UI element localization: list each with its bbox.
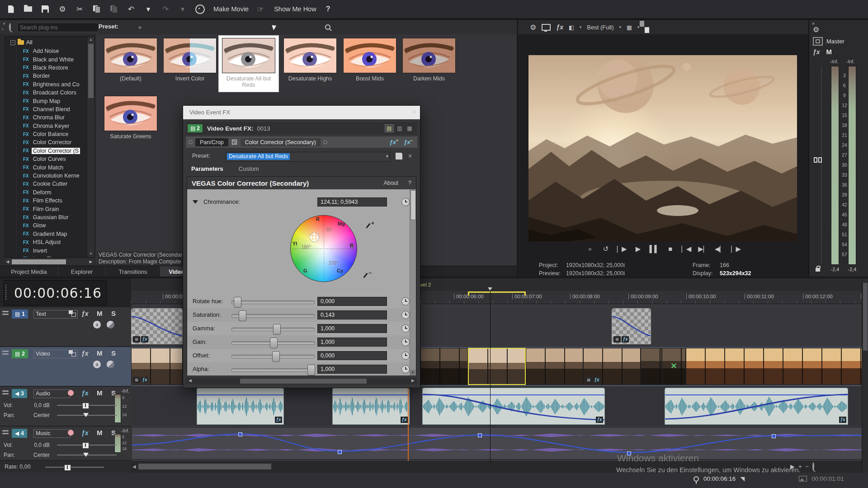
parameter-value-field[interactable]: 0,000 [317, 297, 387, 306]
track-header-music[interactable]: ◀4 Music ƒx M S -Inf. 61218 Vol: 0,0 dB … [0, 427, 131, 460]
delete-preset-icon[interactable]: × [408, 152, 412, 160]
plugin-list-item[interactable]: FX Gaussian Blur [5, 213, 94, 221]
plugin-list-item[interactable]: FX Brightness and Co [5, 80, 94, 89]
playback-rate-control[interactable]: Rate: 0,00 [0, 461, 131, 473]
plugin-list-item[interactable]: FX Bump Map [5, 97, 94, 105]
parameter-value-field[interactable]: 0,143 [317, 310, 387, 319]
scroll-down-icon[interactable]: ▼ [410, 370, 415, 375]
event-fx-badge-icon[interactable]: ƒx [622, 336, 629, 343]
volume-slider[interactable] [57, 405, 117, 406]
zoom-tool-icon[interactable] [812, 463, 814, 470]
rate-thumb[interactable] [64, 465, 71, 471]
video-output-fx-icon[interactable]: ƒx [556, 23, 563, 31]
plugin-list-item[interactable]: FX Broadcast Colors [5, 89, 94, 97]
loop-playback-button[interactable]: ↺ [601, 245, 610, 253]
track-motion-icon[interactable] [107, 361, 114, 368]
new-project-icon[interactable] [5, 3, 16, 15]
redo-dropdown-icon[interactable]: ▾ [177, 3, 188, 15]
chrominance-value-field[interactable]: 124,11; 0,5943 [317, 197, 387, 206]
scrollbar-thumb[interactable] [12, 259, 66, 264]
volume-value[interactable]: 0,0 dB [24, 442, 50, 448]
scroll-up-icon[interactable]: ▲ [87, 37, 94, 43]
undo-icon[interactable]: ↶ [126, 3, 137, 15]
scroll-left-icon[interactable]: ◀ [132, 464, 136, 469]
subtract-effect-range-eyedropper-icon[interactable]: − [363, 272, 371, 279]
title-event[interactable]: ⊞ƒx [131, 308, 183, 344]
previous-frame-button[interactable]: ◀ [715, 245, 725, 253]
scroll-right-icon[interactable]: ▶ [411, 378, 415, 383]
marker-label[interactable]: vel 2 [420, 282, 431, 287]
animate-clock-icon[interactable] [401, 365, 410, 373]
plugin-list-item[interactable]: FX Add Noise [5, 47, 94, 55]
next-frame-button[interactable]: ▶ [731, 245, 741, 253]
plugin-list-item[interactable]: FX Cookie Cutter [5, 180, 94, 188]
plugin-list-item[interactable]: FX Gradient Map [5, 230, 94, 238]
plugin-list-item[interactable]: FX Black and White [5, 55, 94, 63]
plugin-list-item[interactable]: FX Film Effects [5, 197, 94, 205]
compositing-mode-icon[interactable] [69, 310, 76, 317]
video-event[interactable]: × ⊞ƒx [420, 348, 468, 385]
compositing-mode-icon[interactable] [69, 350, 76, 357]
mute-button[interactable]: M [97, 310, 103, 317]
copy-icon[interactable] [91, 3, 102, 15]
slider-thumb[interactable] [307, 365, 315, 375]
close-panel-icon[interactable]: × [3, 21, 5, 26]
event-fx-badge-icon[interactable]: ƒx [596, 417, 603, 423]
chrominance-color-wheel[interactable]: R Mg B Cy G Yl 90° 180° 270° 0° [290, 215, 357, 282]
preset-card[interactable]: Invert Color [163, 38, 217, 82]
audio-track-lane[interactable]: ƒx ƒx ƒx [131, 387, 868, 426]
animate-clock-icon[interactable] [401, 198, 410, 206]
video-event[interactable]: × ⊞ƒx [583, 348, 641, 385]
plugin-list-item[interactable]: FX Convolution Kerne [5, 172, 94, 180]
volume-envelope-line[interactable] [197, 394, 283, 395]
track-header-text[interactable]: ▤1 Text ƒx M S a [0, 307, 131, 346]
external-monitor-icon[interactable] [542, 24, 551, 31]
project-properties-gear-icon[interactable]: ⚙ [57, 3, 68, 15]
interactive-help-icon[interactable]: ? [323, 3, 334, 15]
record-arm-icon[interactable] [68, 430, 74, 436]
parameter-value-field[interactable]: 1,000 [317, 324, 387, 333]
event-fx-badge-icon[interactable]: ƒx [401, 417, 408, 423]
parameter-slider[interactable] [231, 314, 315, 318]
preset-card[interactable]: (Default) [104, 38, 157, 82]
mute-button[interactable]: M [97, 349, 103, 357]
plugin-list-item[interactable]: FX Color Match [5, 163, 94, 171]
plugin-scrollbar[interactable]: ▼ [410, 189, 416, 375]
animate-clock-icon[interactable] [401, 297, 410, 305]
playhead-cursor[interactable] [490, 287, 491, 463]
animate-clock-icon[interactable] [401, 311, 410, 319]
envelope-node[interactable] [772, 434, 776, 438]
track-name-input[interactable]: Audio [33, 389, 71, 398]
track-number-badge[interactable]: ▤2 [12, 349, 28, 358]
event-fx-badge-icon[interactable]: ƒx [839, 417, 846, 423]
video-event[interactable]: × ⊞ƒx [468, 348, 526, 385]
track-grip[interactable] [2, 311, 9, 316]
open-project-icon[interactable] [23, 3, 33, 15]
plugin-tree-hscrollbar[interactable]: ◀ ▶ [5, 258, 94, 265]
track-grip[interactable] [2, 390, 9, 396]
video-event[interactable]: × ⊞ƒx [686, 348, 868, 385]
envelope-node[interactable] [238, 432, 242, 436]
video-event[interactable]: × ⊞ƒx [662, 348, 686, 385]
event-fx-badge-icon[interactable]: ƒx [141, 336, 148, 343]
add-plugin-icon[interactable]: ƒx+ [390, 138, 399, 145]
show-me-how-icon[interactable]: ☞ [255, 3, 266, 15]
track-motion-icon[interactable] [107, 321, 114, 328]
slider-thumb[interactable] [234, 297, 241, 308]
envelope-node[interactable] [478, 433, 482, 437]
scrollbar-thumb[interactable] [863, 283, 868, 351]
mixer-settings-gear-icon[interactable]: ⚙ [813, 25, 819, 34]
plugin-list-item[interactable]: FX Lens Flare [5, 255, 94, 258]
chrominance-selector-crosshair[interactable] [310, 233, 319, 242]
preset-card[interactable]: Boost Mids [343, 38, 396, 82]
go-to-start-button[interactable]: ◀ [682, 245, 692, 253]
chain-view-icon[interactable]: ▤ [385, 124, 394, 132]
tab-parameters[interactable]: Parameters [191, 165, 223, 175]
combo-dropdown-icon[interactable]: ▾ [386, 154, 388, 159]
pan-value[interactable]: Center [24, 452, 50, 458]
mute-button[interactable]: M [97, 389, 103, 397]
parameter-value-field[interactable]: 1,000 [317, 338, 387, 347]
loop-region-marker[interactable] [468, 291, 526, 293]
pause-button[interactable]: ▌▌ [650, 245, 659, 253]
parameter-slider[interactable] [231, 355, 315, 358]
